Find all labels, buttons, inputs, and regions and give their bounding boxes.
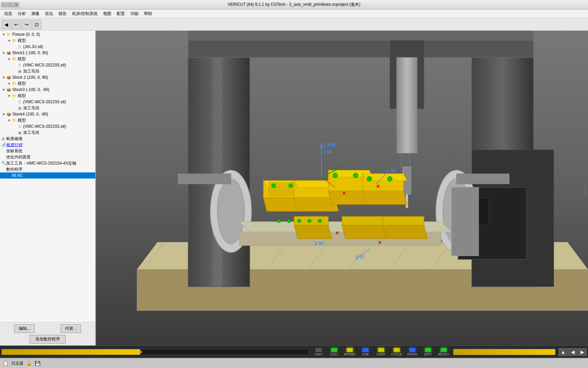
tree-label: Stock 2 (100, 0, 90): [12, 75, 48, 80]
tree-row-collision[interactable]: ⚠ 检查碰撞: [0, 136, 95, 142]
nav-next-button[interactable]: ▶: [578, 348, 587, 356]
svg-marker-58: [294, 225, 331, 239]
toolbar-back[interactable]: ◀: [1, 20, 11, 29]
playback-progress[interactable]: [1, 349, 309, 355]
tree-label: 模型: [18, 38, 26, 44]
svg-text:Z 坐标: Z 坐标: [323, 142, 337, 147]
tree-area[interactable]: ▼ 📁 Fixture (0, 0, 0) ▼ 📁 模型 🗋 (JIA.JU.s…: [0, 31, 95, 322]
collision-icon: ⚠: [1, 136, 6, 141]
win-close[interactable]: ✕: [14, 2, 19, 7]
opti-label: OPTI: [424, 353, 432, 356]
tree-row-optcode[interactable]: 优化代码置置: [0, 154, 95, 160]
tree-row-tool[interactable]: 🔧 加工工具：HMC-WCS-202154-4X定轴: [0, 160, 95, 166]
tree-row[interactable]: ▼ 📦 Stock 2 (100, 0, 90): [0, 74, 95, 80]
logger-label: 日志器: [11, 361, 23, 366]
toolbar-redo[interactable]: ↪: [22, 20, 31, 29]
expand-icon: ▼: [7, 94, 12, 98]
add-nc-button[interactable]: 添加数控程序: [30, 335, 66, 343]
toolbar-grid[interactable]: ⊡: [32, 20, 42, 29]
expand-icon: ▼: [1, 51, 6, 55]
svg-text:Z 55: Z 55: [387, 168, 395, 173]
menu-item-视图[interactable]: 视图: [100, 10, 114, 17]
expand-icon: ▼: [1, 76, 6, 79]
tree-row[interactable]: ▼ 📁 模型: [0, 93, 95, 99]
tree-row-98nc[interactable]: 98.NC: [0, 172, 95, 179]
svg-text:Z 57: Z 57: [356, 255, 364, 260]
svg-rect-27: [178, 174, 231, 184]
tree-label-highlight[interactable]: 检查行程: [6, 142, 22, 148]
win-restore[interactable]: □: [7, 2, 13, 7]
replace-button[interactable]: 代替...: [61, 324, 81, 333]
menu-item-优化[interactable]: 优化: [42, 10, 56, 17]
tree-label: (VMC-WCS-202155.stl): [23, 63, 66, 67]
svg-rect-19: [188, 31, 533, 40]
tree-row[interactable]: ▣ 加工毛坯: [0, 129, 95, 136]
stock-icon: 📦: [6, 75, 12, 80]
menu-item-报告[interactable]: 报告: [56, 10, 69, 17]
cycle-led: [393, 348, 400, 352]
status-probe: PROBE: [343, 348, 356, 356]
tree-row[interactable]: ▼ 📦 Stock3 (-100, 0, -90): [0, 87, 95, 93]
window-controls[interactable]: ─ □ ✕: [1, 2, 19, 7]
win-minimize[interactable]: ─: [1, 2, 7, 7]
tree-row[interactable]: 🗋 (JIA.JU.stl): [0, 44, 95, 50]
status-coll: COLL: [328, 348, 341, 356]
tree-row[interactable]: ▼ 📦 Stock1 (-100, 0, 90): [0, 50, 95, 56]
menu-item-测量[interactable]: 测量: [29, 10, 42, 17]
toolbar-undo[interactable]: ↩: [12, 20, 21, 29]
sub-label: SUB: [362, 353, 369, 356]
tree-row[interactable]: ▼ 📁 模型: [0, 37, 95, 44]
edit-button[interactable]: 编辑...: [14, 324, 35, 333]
tree-row[interactable]: ▣ 加工毛坯: [0, 68, 95, 74]
status-cycle: CYCLE: [390, 348, 403, 356]
svg-marker-60: [342, 225, 387, 239]
menu-item-机床/控制系统[interactable]: 机床/控制系统: [69, 10, 100, 17]
svg-point-76: [277, 219, 280, 223]
menu-item-分析[interactable]: 分析: [15, 10, 29, 17]
travel-icon: 🔗: [1, 142, 6, 147]
menu-item-信息[interactable]: 信息: [1, 10, 15, 17]
tree-row[interactable]: ▣ 加工毛坯: [0, 105, 95, 111]
nav-controls: ▲ ◀ ▶: [559, 348, 587, 356]
nav-prev-button[interactable]: ◀: [568, 348, 577, 356]
tree-label: (VMC-WCS-202155.stl): [23, 99, 66, 104]
status-comp: CoMP: [375, 348, 388, 356]
stock-icon: 📦: [6, 50, 12, 56]
tree-row-travel[interactable]: 🔗 检查行程: [0, 142, 95, 148]
viewport-resize-handle[interactable]: [584, 181, 587, 195]
coll-led: [331, 348, 338, 352]
tree-row[interactable]: ▼ 📁 Fixture (0, 0, 0): [0, 31, 95, 37]
viewport[interactable]: ✕ ✕ ✕ ✕ Z 坐标 Z 64 Z 55 Z 56: [96, 31, 588, 346]
tree-label: 坐标系统: [6, 148, 22, 154]
tree-row-ncprog[interactable]: 数控程序: [0, 166, 95, 172]
expand-icon: ▼: [1, 33, 6, 36]
save-icon[interactable]: 💾: [35, 361, 40, 366]
svg-marker-49: [362, 191, 407, 204]
tree-row[interactable]: 🗋 (VMC-WCS-202155.stl): [0, 99, 95, 105]
tree-row[interactable]: ▼ 📦 Stock4 (100, 0, -90): [0, 111, 95, 117]
svg-text:Z 64: Z 64: [323, 149, 332, 154]
tree-label: Fixture (0, 0, 0): [12, 32, 40, 37]
svg-marker-22: [400, 153, 410, 167]
tree-label: 模型: [18, 56, 26, 62]
tree-row-coord[interactable]: 坐标系统: [0, 148, 95, 154]
menu-item-功能[interactable]: 功能: [128, 10, 141, 17]
tree-row[interactable]: ▼ 📁 模型: [0, 80, 95, 87]
tree-row[interactable]: ▼ 📁 模型: [0, 56, 95, 62]
status-limit: LIMIT: [312, 348, 325, 356]
svg-rect-15: [212, 31, 222, 287]
tree-label: Stock4 (100, 0, -90): [12, 112, 48, 117]
nav-up-button[interactable]: ▲: [559, 348, 568, 356]
coll-label: COLL: [330, 353, 339, 356]
svg-point-40: [289, 184, 293, 188]
menu-item-配置[interactable]: 配置: [114, 10, 128, 17]
lock-icon[interactable]: 🔒: [26, 361, 32, 366]
tree-row[interactable]: 🗋 (VMC-WCS-202155.stl): [0, 123, 95, 129]
menu-item-帮助[interactable]: 帮助: [141, 10, 155, 17]
folder-icon: 📁: [12, 38, 17, 43]
expand-icon: ▼: [7, 39, 12, 43]
tree-row[interactable]: 🗋 (VMC-WCS-202155.stl): [0, 62, 95, 68]
toolbar: ◀ ↩ ↪ ⊡: [0, 18, 588, 31]
secondary-progress[interactable]: [453, 349, 555, 355]
tree-row[interactable]: ▼ 📁 模型: [0, 117, 95, 123]
